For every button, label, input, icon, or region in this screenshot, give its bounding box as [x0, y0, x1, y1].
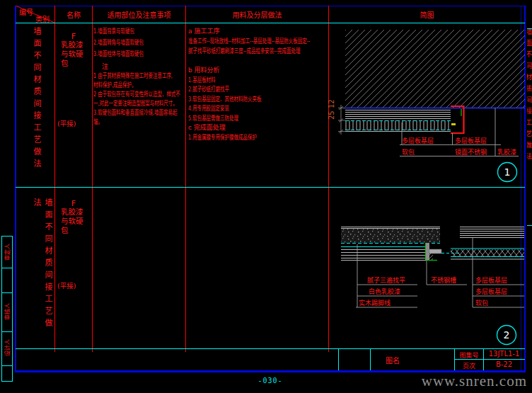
fig1-label: 软包: [402, 148, 415, 156]
header-corner-top: 编号: [19, 6, 33, 17]
row1-name: 乳胶漆与软硬包: [61, 40, 88, 68]
dimension-lines: [338, 105, 345, 135]
note-line: 一,对此一定要注明造型图案与材料尺寸。: [93, 99, 159, 108]
titleblock-atlas-label: 图集号: [455, 351, 483, 360]
sheet-border-left: [15, 6, 16, 372]
note-line: 2 由于软包存在有可变性所以造型、样式不: [93, 90, 159, 99]
fig2-label: 腻子三遍找平: [367, 276, 405, 284]
strip-role-label: 审定人: [3, 241, 11, 263]
titleblock-name-label: 图名: [371, 355, 415, 365]
titleblock-top-line: [16, 348, 525, 349]
fig2-label: 多层板基层: [475, 276, 507, 284]
method-a-title: a 施工工序: [188, 26, 327, 36]
header-corner-bottom: 类别: [35, 13, 50, 24]
fig2-label: 不锈钢槽: [431, 276, 456, 284]
fig1-label: 多层板基层: [402, 137, 434, 144]
left-binding-strip: 审定人 审核人 设计人: [1, 236, 13, 382]
row2-name-sub: (平接): [57, 280, 76, 290]
note-title: 注: [93, 62, 185, 72]
detail-figure-2: 腻子三遍找平 白色乳胶漆 实木踢脚线 不锈钢槽 多层板基层 多层板基层 软包 2: [327, 188, 526, 348]
right-sliver-text: 墙面不同材质间接工艺做法: [527, 28, 532, 164]
column-line: [54, 6, 55, 352]
strip-divider: [2, 268, 12, 268]
softpack-section: [345, 120, 451, 130]
method-b-item: 1.基层板材料: [188, 76, 288, 86]
strip-role-label: 审核人: [3, 300, 11, 323]
fig2-label: 软包: [475, 299, 488, 307]
row1-name-sub: (平接): [57, 118, 76, 128]
header-col-method: 用料及分层做法: [186, 9, 328, 20]
note-line: 3.软硬包面料和垂直面接冷缝,墙面容易起: [93, 108, 159, 118]
plaster-band: [341, 229, 440, 243]
method-b-item: 4.用专用胶固定安装: [188, 104, 288, 114]
method-c-title: c 完成面处理: [188, 123, 327, 133]
note-line: 皱。: [93, 118, 159, 127]
dimension-text: 25 12: [328, 99, 335, 120]
wall-hatch: [345, 30, 525, 108]
method-b-title: b 用料分析: [188, 66, 327, 76]
fig2-label: 多层板基层: [475, 287, 507, 295]
titleblock-page-no: B-22: [484, 360, 524, 368]
channel-hatch: [427, 254, 433, 260]
detail-figure-1: 25 12 多层板基层 软包 多层板基层 镜面不锈钢 乳胶漆 1: [327, 23, 526, 187]
method-b-item: 2.腻子砂纸打磨找平: [188, 85, 288, 95]
sliver-line: [527, 28, 532, 29]
strip-divider: [2, 331, 12, 332]
usage-item: 2.墙面转角与墙面软硬包: [93, 37, 159, 48]
titleblock-divider: [338, 348, 339, 370]
method-c-item: 1.用金属膜专用保护膜做成品保护: [188, 133, 288, 143]
watermark: www.snren.com: [422, 372, 527, 390]
note-line: 材料保护,成品保护。: [93, 81, 159, 90]
fig1-label: 多层板基层: [455, 137, 487, 144]
fig1-label: 乳胶漆: [497, 148, 516, 156]
titleblock-page-label: 页次: [455, 361, 483, 370]
page-number: -030-: [249, 377, 291, 385]
detail-number: 2: [504, 329, 510, 341]
strip-role-label: 设计人: [3, 336, 11, 359]
fig1-label: 镜面不锈钢: [455, 148, 487, 156]
header-col-usage: 适用部位及注意事项: [93, 9, 185, 20]
row2-category: 墙面不同材质间接工艺做法: [30, 198, 53, 340]
header-col-figure: 简图: [329, 9, 525, 20]
right-sliver: 墙面不同材质间接工艺做法: [527, 28, 532, 181]
header-col-name: 名称: [55, 9, 92, 20]
fig2-label: 白色乳胶漆: [369, 287, 400, 295]
titleblock-atlas-no: 13JTL1-1: [484, 350, 524, 358]
stainless-bracket: [451, 106, 464, 133]
column-line: [92, 6, 93, 352]
stainless-channel: [429, 249, 441, 254]
strip-divider: [2, 292, 12, 293]
column-line: [185, 6, 186, 352]
usage-notes: 注 1 由于其材质特殊在施工时要注意工序, 材料保护,成品保护。 2 由于软包存…: [93, 62, 185, 127]
note-line: 1 由于其材质特殊在施工时要注意工序,: [93, 72, 159, 81]
usage-item: 3.墙面柱体与墙面软硬包: [93, 48, 159, 59]
usage-items: 1.墙面背景与软硬包 2.墙面转角与墙面软硬包 3.墙面柱体与墙面软硬包: [93, 25, 185, 59]
method-a-line: 准备工作--现场放线--材料加工--基层处理--基层防火板固定--: [188, 36, 288, 46]
yellow-marker: [451, 123, 456, 125]
fig2-label: 实木踢脚线: [359, 299, 391, 307]
row1-category: 墙面不同材质间接工艺做法: [30, 27, 42, 176]
method-b-item: 5.软包基层需做三防处理: [188, 114, 288, 124]
atlas-sheet-page: 审定人 审核人 设计人 编号 类别 名称 适用部位及注意事项 用料及分层做法 简…: [0, 0, 532, 393]
strip-divider: [2, 365, 12, 366]
method-block: a 施工工序 准备工作--现场放线--材料加工--基层处理--基层防火板固定--…: [188, 26, 327, 142]
method-b-item: 3.软包基层固定、其他材料防火夹板: [188, 95, 288, 105]
detail-number: 1: [504, 166, 511, 178]
usage-item: 1.墙面背景与软硬包: [93, 25, 159, 37]
row2-name: 乳胶漆与软硬包: [61, 207, 88, 235]
sliver-line: [527, 225, 532, 226]
softpack-xhatch: [451, 249, 524, 256]
method-a-line: 腻子找平砂纸打磨刷漆三度--成品挂条安装--完成面处理: [188, 46, 288, 56]
